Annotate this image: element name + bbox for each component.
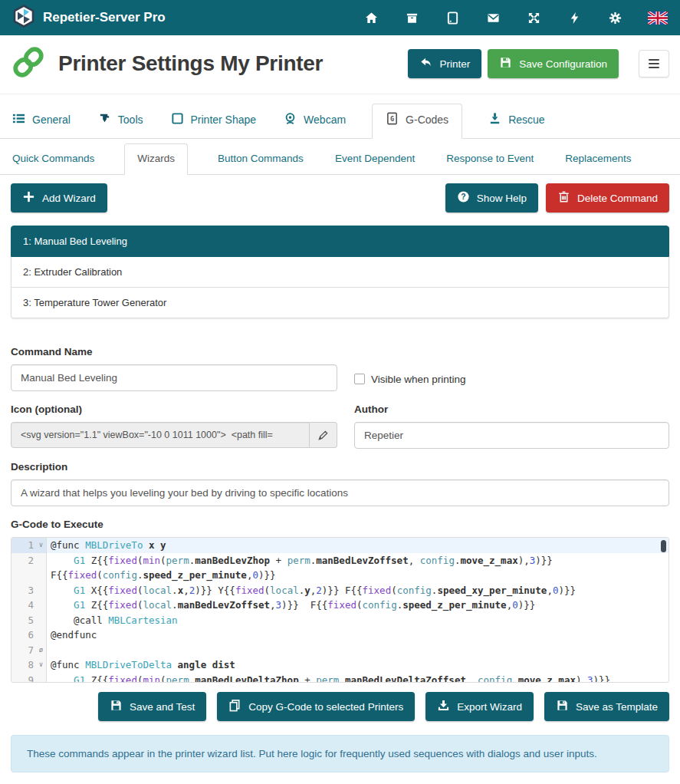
bolt-icon[interactable] <box>567 10 582 25</box>
description-input[interactable] <box>11 479 669 506</box>
gcode-editor[interactable]: 1∨@func MBLDriveTo x y2 G1 Z{{fixed(min(… <box>11 537 669 683</box>
save-and-test-button[interactable]: Save and Test <box>98 692 206 721</box>
tab-printer-shape[interactable]: Printer Shape <box>169 104 258 138</box>
home-icon[interactable] <box>363 10 379 25</box>
subtab-button-commands[interactable]: Button Commands <box>216 144 305 174</box>
line-number-gutter: 8∨ <box>11 657 47 673</box>
save-as-template-button[interactable]: Save as Template <box>544 692 669 721</box>
delete-command-button[interactable]: Delete Command <box>546 183 669 212</box>
page-header: Printer Settings My Printer Printer Save… <box>0 35 680 94</box>
editor-scrollbar[interactable] <box>661 540 666 552</box>
gcode-subtabs: Quick Commands Wizards Button Commands E… <box>0 139 680 175</box>
code-text: G1 Z{{fixed(min(perm.manBedLevDeltaZhop … <box>47 673 669 684</box>
export-wizard-button[interactable]: Export Wizard <box>425 692 534 721</box>
code-line[interactable]: 8∨@func MBLDriveToDelta angle dist <box>11 657 669 673</box>
code-text: @endfunc <box>47 628 669 643</box>
plus-icon <box>22 190 35 206</box>
main-tabs: General Tools Printer Shape Webcam G G-C… <box>0 94 680 139</box>
tab-rescue[interactable]: Rescue <box>487 104 546 138</box>
expand-icon[interactable] <box>526 10 541 25</box>
subtab-response-to-event[interactable]: Response to Event <box>445 144 535 174</box>
line-number-gutter: 4 <box>11 598 47 613</box>
gear-icon[interactable] <box>607 10 623 25</box>
svg-text:?: ? <box>461 193 465 201</box>
code-line[interactable]: 6@endfunc <box>11 628 669 643</box>
line-number-gutter: 6 <box>11 628 47 643</box>
line-number-gutter: 7ø <box>11 643 47 658</box>
line-number-gutter: 9 <box>11 673 47 684</box>
tab-tools[interactable]: Tools <box>97 104 145 138</box>
save-configuration-button[interactable]: Save Configuration <box>488 49 619 78</box>
code-line[interactable]: 4 G1 Z{{fixed(local.manBedLevZoffset,3)}… <box>11 598 669 613</box>
tab-g-codes[interactable]: G G-Codes <box>372 104 462 139</box>
code-line[interactable]: 5 @call MBLCartesian <box>11 613 669 628</box>
back-arrow-icon <box>419 56 432 71</box>
gcode-doc-icon: G <box>386 112 399 127</box>
wizard-list: 1: Manual Bed Leveling 2: Extruder Calib… <box>11 226 669 318</box>
brand[interactable]: Repetier-Server Pro <box>12 5 166 31</box>
tab-general[interactable]: General <box>11 104 72 138</box>
gcode-label: G-Code to Execute <box>11 519 669 530</box>
code-line[interactable]: 1∨@func MBLDriveTo x y <box>11 538 669 553</box>
printer-icon[interactable] <box>404 10 419 25</box>
save-icon <box>110 699 123 714</box>
hamburger-icon <box>649 59 659 68</box>
show-help-button[interactable]: ? Show Help <box>445 183 538 212</box>
download-icon <box>437 699 450 714</box>
line-number-gutter: 5 <box>11 613 47 628</box>
trash-icon <box>557 190 570 206</box>
command-name-label: Command Name <box>11 346 337 357</box>
edit-icon-button[interactable] <box>310 422 337 448</box>
code-line[interactable]: 3 G1 X{{fixed(local.x,2)}} Y{{fixed(loca… <box>11 583 669 598</box>
subtab-wizards[interactable]: Wizards <box>124 143 188 175</box>
visible-when-printing-checkbox[interactable] <box>354 374 365 384</box>
subtab-replacements[interactable]: Replacements <box>563 144 632 174</box>
page-title: Printer Settings My Printer <box>58 51 323 76</box>
command-name-input[interactable] <box>11 364 337 391</box>
code-line[interactable]: 7ø <box>11 643 669 658</box>
subtab-event-dependent[interactable]: Event Dependent <box>333 144 416 174</box>
wizard-toolbar: Add Wizard ? Show Help Delete Command <box>0 175 680 221</box>
code-text: @func MBLDriveToDelta angle dist <box>47 657 669 673</box>
code-line[interactable]: 9 G1 Z{{fixed(min(perm.manBedLevDeltaZho… <box>11 673 669 684</box>
save-icon <box>499 56 512 71</box>
code-text <box>47 643 669 658</box>
list-item[interactable]: 3: Temperature Tower Generator <box>11 288 669 318</box>
add-wizard-button[interactable]: Add Wizard <box>11 183 107 212</box>
chain-link-icon <box>11 44 46 83</box>
tablet-icon[interactable] <box>445 10 460 25</box>
list-icon <box>12 112 25 127</box>
save-icon <box>556 699 569 714</box>
list-item[interactable]: 2: Extruder Calibration <box>11 257 669 288</box>
copy-icon <box>228 699 241 714</box>
editor-lines: 1∨@func MBLDriveTo x y2 G1 Z{{fixed(min(… <box>11 538 669 683</box>
line-number-gutter: 2 <box>11 553 47 583</box>
top-navbar: Repetier-Server Pro <box>0 0 680 35</box>
code-text: G1 Z{{fixed(min(perm.manBedLevZhop + per… <box>47 553 669 583</box>
info-alert: These commands appear in the printer wiz… <box>11 735 669 772</box>
wizard-form: Command Name Visible when printing Icon … <box>0 334 680 530</box>
menu-button[interactable] <box>639 50 669 77</box>
tab-webcam[interactable]: Webcam <box>282 104 347 138</box>
list-item[interactable]: 1: Manual Bed Leveling <box>11 226 669 257</box>
author-label: Author <box>354 404 669 415</box>
action-buttons: Save and Test Copy G-Code to selected Pr… <box>0 683 680 729</box>
uk-flag-icon[interactable] <box>648 10 668 25</box>
code-text: @func MBLDriveTo x y <box>47 538 669 553</box>
code-line[interactable]: 2 G1 Z{{fixed(min(perm.manBedLevZhop + p… <box>11 553 669 583</box>
description-label: Description <box>11 461 669 473</box>
line-number-gutter: 1∨ <box>11 538 47 553</box>
author-input[interactable] <box>354 422 669 449</box>
visible-when-printing-label: Visible when printing <box>371 374 466 385</box>
copy-gcode-button[interactable]: Copy G-Code to selected Printers <box>217 692 415 721</box>
subtab-quick-commands[interactable]: Quick Commands <box>11 144 96 174</box>
question-icon: ? <box>457 190 470 206</box>
code-text: G1 Z{{fixed(local.manBedLevZoffset,3)}} … <box>47 598 669 613</box>
icon-label: Icon (optional) <box>11 404 337 415</box>
printer-button[interactable]: Printer <box>408 49 481 78</box>
nozzle-icon <box>488 112 501 127</box>
webcam-icon <box>284 112 297 127</box>
app-logo-icon <box>12 5 35 31</box>
mail-icon[interactable] <box>485 10 501 25</box>
brand-name: Repetier-Server Pro <box>43 10 166 25</box>
